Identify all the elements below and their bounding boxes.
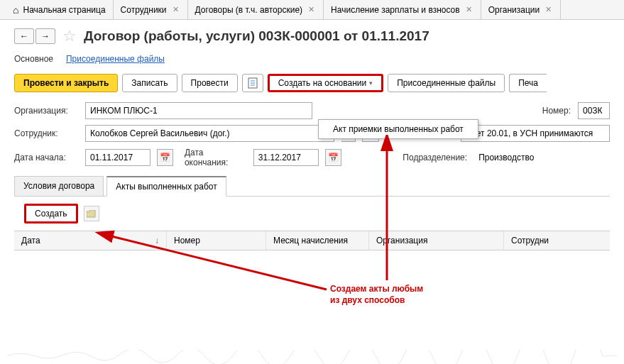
close-icon[interactable]: ✕	[464, 5, 474, 14]
grid-header: Дата ↓ Номер Месяц начисления Организаци…	[14, 231, 610, 250]
col-date[interactable]: Дата ↓	[14, 231, 167, 250]
division-label: Подразделение:	[403, 153, 467, 162]
number-label: Номер:	[542, 106, 571, 116]
col-label: Дата	[21, 236, 40, 246]
tab-label: Договоры (в т.ч. авторские)	[195, 5, 303, 15]
close-icon[interactable]: ✕	[307, 5, 316, 14]
tab-acts[interactable]: Акты выполненных работ	[106, 176, 226, 197]
create-button[interactable]: Создать	[24, 204, 78, 224]
division-input[interactable]	[474, 149, 610, 166]
toolbar: Провести и закрыть Записать Провести Соз…	[0, 71, 624, 99]
save-button[interactable]: Записать	[122, 74, 177, 92]
tab-content: Создать Дата ↓ Номер Месяц начисления Ор…	[14, 196, 610, 321]
top-tabs-bar: ⌂ Начальная страница Сотрудники ✕ Догово…	[0, 0, 624, 20]
col-employee[interactable]: Сотрудни	[504, 231, 610, 250]
folder-icon	[87, 210, 96, 218]
col-number[interactable]: Номер	[167, 231, 266, 250]
annotation-line: из двух способов	[330, 295, 423, 307]
create-based-menu: Акт приемки выполненных работ	[318, 119, 478, 139]
page-title: Договор (работы, услуги) 00ЗК-000001 от …	[84, 28, 429, 44]
col-org[interactable]: Организация	[369, 231, 504, 250]
torn-edge	[7, 350, 617, 364]
section-main[interactable]: Основное	[14, 54, 53, 64]
close-icon[interactable]: ✕	[544, 5, 553, 14]
tab-label: Начальная страница	[23, 5, 105, 15]
emp-label: Сотрудник:	[14, 128, 78, 138]
tab-conditions[interactable]: Условия договора	[14, 176, 104, 196]
col-month[interactable]: Месяц начисления	[266, 231, 369, 250]
org-row: Организация: Номер:	[0, 99, 624, 122]
grid: Дата ↓ Номер Месяц начисления Организаци…	[14, 231, 610, 321]
start-date-calendar-button[interactable]: 📅	[157, 149, 173, 166]
create-based-button[interactable]: Создать на основании ▾	[268, 74, 384, 92]
sub-tabs: Условия договора Акты выполненных работ	[0, 170, 624, 196]
org-label: Организация:	[14, 106, 78, 116]
start-date-input[interactable]	[85, 149, 150, 166]
dates-row: Дата начала: 📅 Дата окончания: 📅 Подразд…	[0, 145, 624, 170]
annotation-line: Создаем акты любым	[330, 284, 423, 295]
annotation-text: Создаем акты любым из двух способов	[330, 284, 423, 306]
number-input[interactable]	[578, 102, 610, 119]
tab-label: Начисление зарплаты и взносов	[331, 5, 460, 15]
forward-button[interactable]: →	[35, 28, 55, 44]
emp-row: Сотрудник: ▾ Счет, субконто:	[0, 122, 624, 145]
tab-label: Организации	[488, 5, 540, 15]
post-close-button[interactable]: Провести и закрыть	[14, 74, 118, 92]
end-date-calendar-button[interactable]: 📅	[325, 149, 341, 166]
tab-label: Сотрудники	[121, 5, 167, 15]
nav-buttons: ← →	[14, 28, 55, 44]
section-tabs: Основное Присоединенные файлы	[0, 50, 624, 71]
favorite-icon[interactable]: ☆	[62, 27, 77, 45]
post-button[interactable]: Провести	[182, 74, 238, 92]
tab-home[interactable]: ⌂ Начальная страница	[6, 0, 114, 19]
menu-item-act[interactable]: Акт приемки выполненных работ	[333, 124, 464, 134]
sort-icon: ↓	[155, 236, 159, 246]
calendar-icon: 📅	[160, 153, 170, 162]
tab-employees[interactable]: Сотрудники ✕	[114, 0, 188, 19]
create-row: Создать	[14, 197, 610, 231]
tab-contracts[interactable]: Договоры (в т.ч. авторские) ✕	[188, 0, 324, 19]
report-button[interactable]	[242, 74, 263, 92]
section-files[interactable]: Присоединенные файлы	[66, 54, 165, 64]
button-label: Создать на основании	[278, 78, 367, 88]
print-button[interactable]: Печа	[509, 74, 547, 92]
account-input[interactable]	[461, 125, 610, 142]
emp-input[interactable]	[85, 125, 334, 142]
close-icon[interactable]: ✕	[171, 5, 180, 14]
end-date-input[interactable]	[253, 149, 319, 166]
back-button[interactable]: ←	[14, 28, 34, 44]
start-date-label: Дата начала:	[14, 153, 78, 162]
org-input[interactable]	[85, 102, 312, 119]
chevron-down-icon: ▾	[369, 79, 373, 87]
attached-files-button[interactable]: Присоединенные файлы	[388, 74, 505, 92]
home-icon: ⌂	[13, 4, 18, 16]
calendar-icon: 📅	[328, 153, 339, 162]
end-date-label: Дата окончания:	[185, 148, 246, 167]
document-icon	[248, 77, 258, 89]
header-row: ← → ☆ Договор (работы, услуги) 00ЗК-0000…	[0, 20, 624, 50]
grid-body	[14, 250, 610, 321]
tab-payroll[interactable]: Начисление зарплаты и взносов ✕	[324, 0, 481, 19]
pick-button[interactable]	[84, 206, 99, 221]
tab-orgs[interactable]: Организации ✕	[481, 0, 562, 19]
